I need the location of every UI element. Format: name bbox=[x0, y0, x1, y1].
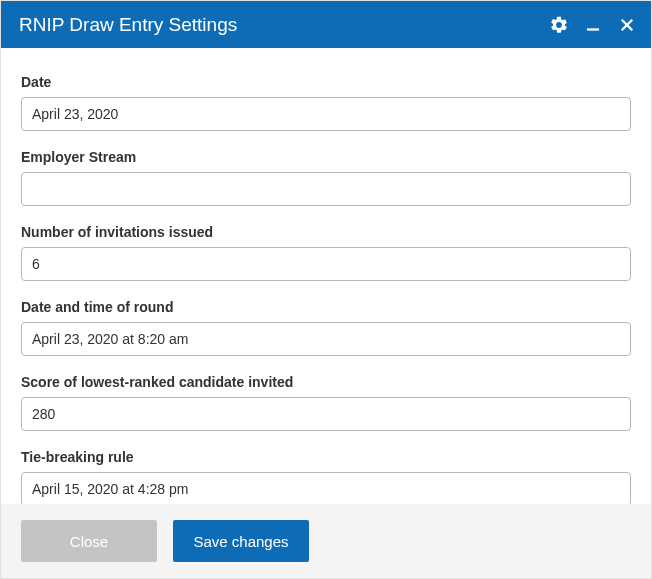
field-lowest-score: Score of lowest-ranked candidate invited bbox=[21, 374, 631, 431]
label-date: Date bbox=[21, 74, 631, 90]
field-date: Date bbox=[21, 74, 631, 131]
input-invitations[interactable] bbox=[21, 247, 631, 281]
label-tie-rule: Tie-breaking rule bbox=[21, 449, 631, 465]
titlebar: RNIP Draw Entry Settings bbox=[1, 1, 651, 48]
label-lowest-score: Score of lowest-ranked candidate invited bbox=[21, 374, 631, 390]
label-invitations: Number of invitations issued bbox=[21, 224, 631, 240]
minimize-icon[interactable] bbox=[583, 15, 603, 35]
field-invitations: Number of invitations issued bbox=[21, 224, 631, 281]
label-round-datetime: Date and time of round bbox=[21, 299, 631, 315]
gear-icon[interactable] bbox=[549, 15, 569, 35]
input-lowest-score[interactable] bbox=[21, 397, 631, 431]
close-button[interactable]: Close bbox=[21, 520, 157, 562]
field-tie-rule: Tie-breaking rule bbox=[21, 449, 631, 504]
titlebar-controls bbox=[549, 15, 637, 35]
form-content: Date Employer Stream Number of invitatio… bbox=[1, 48, 651, 504]
input-tie-rule[interactable] bbox=[21, 472, 631, 504]
close-icon[interactable] bbox=[617, 15, 637, 35]
settings-window: RNIP Draw Entry Settings Date bbox=[0, 0, 652, 579]
label-employer-stream: Employer Stream bbox=[21, 149, 631, 165]
footer: Close Save changes bbox=[1, 504, 651, 578]
input-date[interactable] bbox=[21, 97, 631, 131]
field-employer-stream: Employer Stream bbox=[21, 149, 631, 206]
save-changes-button[interactable]: Save changes bbox=[173, 520, 309, 562]
field-round-datetime: Date and time of round bbox=[21, 299, 631, 356]
input-round-datetime[interactable] bbox=[21, 322, 631, 356]
input-employer-stream[interactable] bbox=[21, 172, 631, 206]
window-title: RNIP Draw Entry Settings bbox=[19, 14, 549, 36]
